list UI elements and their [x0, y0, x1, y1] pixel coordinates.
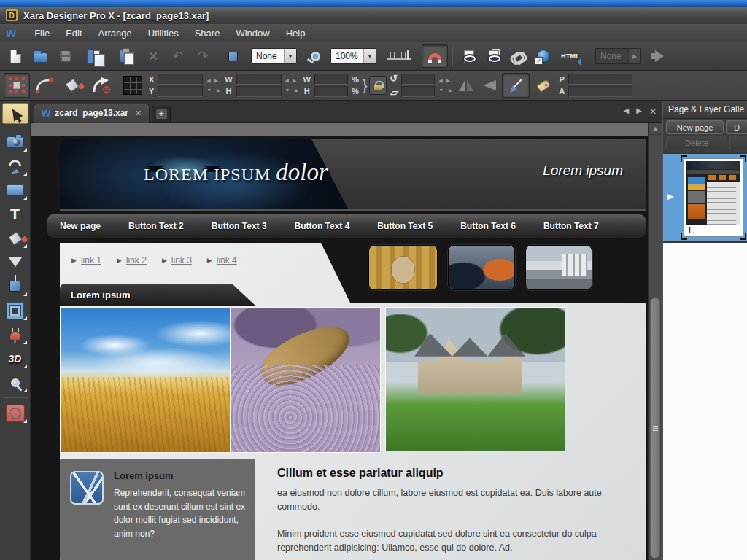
fill-tool[interactable] — [2, 227, 28, 249]
new-tab-button[interactable]: + — [152, 106, 171, 122]
zoom-tool-button[interactable] — [303, 45, 327, 67]
flip-vertical-button[interactable] — [479, 74, 500, 96]
copy-button[interactable] — [83, 45, 107, 67]
nav-button-7[interactable]: Button Text 7 — [543, 221, 599, 231]
spin-up-icon[interactable]: ▲ — [294, 88, 299, 93]
nav-button-2[interactable]: Button Text 2 — [128, 221, 184, 231]
canvas-pasteboard[interactable]: LOREM IPSUM dolor Lorem ipsum New page B… — [31, 122, 648, 560]
save-button[interactable] — [53, 45, 77, 67]
banner-title[interactable]: LOREM IPSUM dolor — [144, 159, 328, 186]
shape-editor-tool[interactable] — [2, 155, 28, 177]
rectangle-tool[interactable] — [2, 179, 28, 201]
anchor-grid-button[interactable] — [120, 74, 146, 96]
zoom-level-select[interactable]: 100% ▼ — [330, 48, 376, 64]
spin-left-icon[interactable]: ◀ — [438, 78, 442, 84]
duplicate-page-button[interactable]: D — [726, 120, 747, 134]
link-item-2[interactable]: ▶link 2 — [117, 255, 147, 265]
extrude-3d-tool[interactable]: 3D — [2, 347, 28, 370]
design-page[interactable]: LOREM IPSUM dolor Lorem ipsum New page B… — [31, 136, 648, 560]
p-value-input[interactable] — [568, 74, 632, 85]
link-item-1[interactable]: ▶link 1 — [71, 255, 101, 265]
wh-spinners[interactable]: ◀▶ ▼▲ — [285, 78, 299, 93]
link-item-4[interactable]: ▶link 4 — [207, 255, 237, 265]
link-item-3[interactable]: ▶link 3 — [162, 255, 192, 265]
skew-angle-input[interactable] — [401, 86, 435, 97]
menu-edit[interactable]: Edit — [58, 26, 90, 41]
nav-button-5[interactable]: Button Text 5 — [377, 221, 433, 231]
web-properties-button[interactable] — [532, 45, 555, 67]
nav-button-6[interactable]: Button Text 6 — [460, 221, 516, 231]
open-button[interactable] — [28, 45, 52, 67]
tab-close-icon[interactable]: ✕ — [135, 109, 142, 118]
spin-down-icon[interactable]: ▼ — [285, 88, 290, 93]
rotate-spinners[interactable]: ◀▶ ▼▲ — [438, 78, 452, 93]
thumbnail-chair[interactable] — [368, 245, 438, 290]
live-effects-tool[interactable] — [2, 323, 28, 346]
rotate-handles-button[interactable] — [31, 74, 58, 96]
spin-up-icon[interactable]: ▲ — [447, 88, 452, 93]
preview-page-button[interactable] — [457, 45, 481, 67]
xy-spinners[interactable]: ◀▶ ▼▲ — [206, 78, 220, 93]
transparency-tool[interactable] — [2, 251, 28, 273]
delete-button[interactable]: ✕ — [142, 45, 165, 67]
x-position-input[interactable] — [158, 74, 203, 85]
text-tool[interactable]: T — [2, 203, 28, 225]
spin-right-icon[interactable]: ▶ — [293, 78, 296, 84]
scale-height-input[interactable] — [314, 86, 348, 97]
rotate-angle-input[interactable] — [401, 74, 435, 85]
scroll-up-button[interactable]: ▲ — [649, 122, 662, 135]
flip-horizontal-button[interactable] — [455, 74, 477, 96]
web-link-button[interactable] — [507, 45, 530, 67]
line-style-select[interactable]: None ▼ — [251, 48, 297, 64]
spin-right-icon[interactable]: ▶ — [446, 78, 450, 84]
menu-file[interactable]: File — [26, 26, 58, 41]
nav-button-1[interactable]: New page — [60, 221, 101, 231]
panel-cut-button[interactable] — [729, 136, 747, 149]
panel-header[interactable]: Page & Layer Galle — [663, 101, 747, 119]
a-value-input[interactable] — [568, 86, 632, 97]
scrollbar-thumb[interactable] — [650, 298, 660, 559]
selector-tool[interactable] — [2, 103, 28, 124]
infobox-thumbnail[interactable] — [70, 471, 104, 505]
design-header-banner[interactable]: LOREM IPSUM dolor Lorem ipsum — [60, 139, 646, 211]
dropdown-arrow-icon[interactable]: ▼ — [363, 49, 376, 63]
photo-tool[interactable] — [2, 131, 28, 153]
article[interactable]: Cillum et esse pariatur aliquip ea eiusm… — [277, 467, 607, 560]
page-thumbnail[interactable]: 1. — [684, 158, 743, 237]
dropdown-arrow-icon[interactable]: ▼ — [284, 49, 296, 63]
spin-right-icon[interactable]: ▶ — [214, 78, 218, 84]
feather-slider[interactable] — [383, 45, 415, 67]
photo-stone-house[interactable] — [385, 307, 565, 451]
spin-left-icon[interactable]: ◀ — [206, 78, 210, 84]
infobox[interactable]: Lorem ipsum Reprehenderit, consequat ven… — [60, 459, 255, 560]
tab-scroll-right-button[interactable]: ▶ — [636, 106, 642, 117]
shadow-tool[interactable] — [2, 275, 28, 298]
delete-page-button[interactable]: Delete — [666, 136, 727, 149]
vertical-scrollbar[interactable]: ▲ — [648, 122, 662, 560]
y-position-input[interactable] — [158, 86, 203, 97]
link-label[interactable]: link 4 — [217, 255, 237, 265]
thumbnail-building[interactable] — [525, 245, 592, 290]
transform-button[interactable] — [221, 45, 244, 67]
leave-copy-button[interactable] — [502, 73, 530, 98]
menu-window[interactable]: Window — [228, 26, 277, 41]
bevel-tool[interactable] — [2, 299, 28, 322]
expander-icon[interactable]: ▶ — [667, 192, 673, 201]
paste-button[interactable] — [113, 45, 136, 67]
section-tab[interactable]: Lorem ipsum — [60, 284, 255, 306]
zoom-tool[interactable] — [2, 371, 28, 394]
spin-left-icon[interactable]: ◀ — [285, 78, 289, 84]
new-page-button[interactable]: New page — [666, 120, 724, 134]
menu-utilities[interactable]: Utilities — [140, 26, 187, 41]
spin-down-icon[interactable]: ▼ — [206, 88, 212, 93]
photo-lavender-scoop[interactable] — [230, 307, 381, 453]
show-selection-handles-toggle[interactable] — [4, 73, 30, 98]
name-tag-button[interactable] — [531, 74, 556, 96]
export-html-button[interactable]: HTML — [557, 45, 584, 67]
tab-scroll-left-button[interactable]: ◀ — [624, 106, 630, 117]
document-tab[interactable]: W zcard_page13.xar ✕ — [34, 104, 150, 122]
menu-help[interactable]: Help — [278, 26, 314, 41]
link-label[interactable]: link 1 — [81, 255, 101, 265]
thumbnail-cars[interactable] — [448, 245, 515, 290]
menu-share[interactable]: Share — [187, 26, 228, 41]
